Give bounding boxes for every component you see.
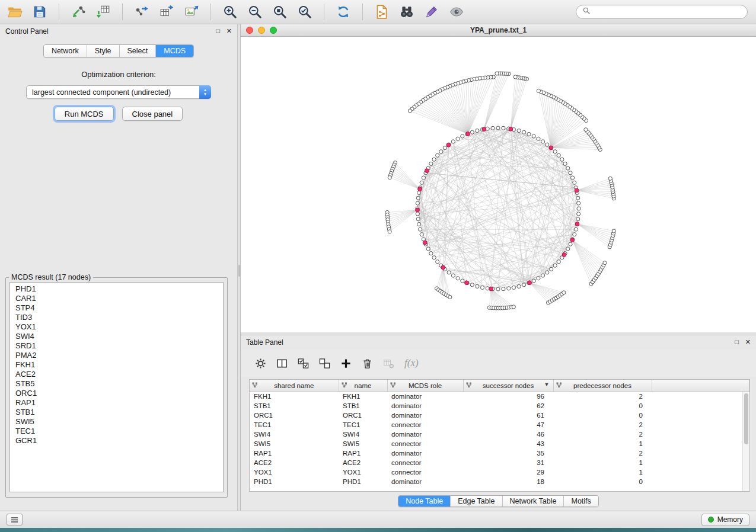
float-panel-icon[interactable]: □ <box>216 28 220 34</box>
mcds-result-item[interactable]: TEC1 <box>15 427 223 436</box>
table-cell: connector <box>387 439 463 448</box>
status-menu-button[interactable] <box>7 514 23 525</box>
table-row[interactable]: YOX1YOX1connector291 <box>250 467 749 477</box>
tab-mcds[interactable]: MCDS <box>156 45 193 57</box>
memory-button[interactable]: Memory <box>701 514 749 526</box>
tab-edge-table[interactable]: Edge Table <box>451 496 502 507</box>
table-row[interactable]: PHD1PHD1dominator180 <box>250 477 749 486</box>
table-row[interactable]: RAP1RAP1dominator352 <box>250 448 749 458</box>
close-mcds-panel-button[interactable]: Close panel <box>122 107 183 121</box>
mcds-result-item[interactable]: RAP1 <box>15 398 223 408</box>
column-header-shared-name[interactable]: shared name <box>250 380 339 392</box>
search-box[interactable] <box>576 5 748 19</box>
mcds-result-item[interactable]: YOX1 <box>15 322 223 332</box>
delete-table-button <box>383 358 394 369</box>
tab-node-table[interactable]: Node Table <box>398 496 451 507</box>
table-row[interactable]: FKH1FKH1dominator962 <box>250 392 749 401</box>
select-all-rows-button[interactable] <box>298 358 309 369</box>
table-row[interactable]: ORC1ORC1dominator610 <box>250 411 749 420</box>
table-cell: TEC1 <box>250 420 339 430</box>
export-network-button[interactable] <box>132 3 152 21</box>
float-table-panel-icon[interactable]: □ <box>735 339 739 345</box>
import-table-button[interactable] <box>93 3 113 21</box>
mcds-result-item[interactable]: SWI5 <box>15 417 223 427</box>
zoom-actual-size-button[interactable] <box>270 3 290 21</box>
mcds-result-item[interactable]: STB5 <box>15 379 223 389</box>
mcds-result-item[interactable]: GCR1 <box>15 436 223 446</box>
import-network-button[interactable] <box>68 3 88 21</box>
mcds-result-item[interactable]: SWI4 <box>15 332 223 341</box>
control-panel-title: Control Panel <box>5 27 49 36</box>
mcds-result-item[interactable]: PHD1 <box>15 284 223 294</box>
export-table-button[interactable] <box>157 3 177 21</box>
table-scrollbar-thumb[interactable] <box>744 393 748 444</box>
table-row[interactable]: STB1STB1dominator620 <box>250 401 749 411</box>
tab-network-table[interactable]: Network Table <box>503 496 564 507</box>
table-cell: 46 <box>463 430 553 439</box>
network-canvas[interactable] <box>241 37 756 332</box>
mcds-result-item[interactable]: ACE2 <box>15 370 223 379</box>
settings-gear-button[interactable] <box>255 358 266 369</box>
eye-button[interactable] <box>446 3 467 21</box>
table-cell: 29 <box>463 467 553 477</box>
toolbar-separator <box>59 4 59 20</box>
zoom-in-button[interactable] <box>220 3 240 21</box>
stepper-down-icon: ▼ <box>203 92 207 97</box>
table-row[interactable]: TEC1TEC1connector472 <box>250 420 749 430</box>
close-panel-icon[interactable]: ✕ <box>227 28 232 34</box>
search-icon <box>582 7 591 17</box>
table-cell: 61 <box>463 411 553 420</box>
table-cell: ORC1 <box>339 411 387 420</box>
mcds-result-item[interactable]: STP4 <box>15 303 223 313</box>
column-header-label: successor nodes <box>483 382 534 389</box>
table-row[interactable]: ACE2ACE2connector311 <box>250 458 749 467</box>
column-header-predecessor-nodes[interactable]: predecessor nodes <box>553 380 652 392</box>
delete-row-button[interactable] <box>362 358 373 369</box>
mcds-result-item[interactable]: ORC1 <box>15 389 223 398</box>
table-cell: 96 <box>463 392 553 401</box>
table-cell: ACE2 <box>339 458 387 467</box>
column-header-name[interactable]: name <box>339 380 387 392</box>
tab-motifs[interactable]: Motifs <box>564 496 598 507</box>
export-image-button[interactable] <box>181 3 202 21</box>
close-table-panel-icon[interactable]: ✕ <box>745 339 751 345</box>
table-scrollbar[interactable] <box>742 392 749 491</box>
deselect-all-rows-button[interactable] <box>319 358 330 369</box>
table-cell: 35 <box>463 448 553 458</box>
main-area: Control Panel □ ✕ NetworkStyleSelectMCDS… <box>0 24 756 511</box>
search-input[interactable] <box>594 8 741 16</box>
mcds-result-item[interactable]: STB1 <box>15 408 223 417</box>
column-visibility-button[interactable] <box>276 358 288 369</box>
save-session-button[interactable] <box>30 3 50 21</box>
mcds-result-item[interactable]: PMA2 <box>15 351 223 360</box>
open-session-button[interactable] <box>5 3 25 21</box>
column-header-successor-nodes[interactable]: successor nodes▼ <box>463 380 553 392</box>
zoom-out-button[interactable] <box>245 3 265 21</box>
share-document-button[interactable] <box>372 3 392 21</box>
mcds-result-item[interactable]: CAR1 <box>15 294 223 303</box>
tab-network[interactable]: Network <box>44 45 87 57</box>
mcds-result-item[interactable]: SRD1 <box>15 341 223 351</box>
table-cell: PHD1 <box>250 477 339 486</box>
table-cell: 47 <box>463 420 553 430</box>
tab-select[interactable]: Select <box>120 45 157 57</box>
optimization-criterion-label: Optimization criterion: <box>0 70 237 79</box>
graphics-details-icon <box>424 4 439 20</box>
table-row[interactable]: SWI5SWI5connector431 <box>250 439 749 448</box>
tab-style[interactable]: Style <box>87 45 120 57</box>
open-session-icon <box>7 4 23 20</box>
binoculars-button[interactable] <box>397 3 417 21</box>
mcds-result-item[interactable]: FKH1 <box>15 360 223 370</box>
memory-label: Memory <box>717 515 743 524</box>
table-panel-header: Table Panel □ ✕ <box>241 335 756 349</box>
criterion-dropdown[interactable]: largest connected component (undirected)… <box>26 85 211 99</box>
table-row[interactable]: SWI4SWI4dominator462 <box>250 430 749 439</box>
run-mcds-button[interactable]: Run MCDS <box>55 107 114 121</box>
zoom-fit-button[interactable] <box>295 3 315 21</box>
refresh-view-button[interactable] <box>333 3 353 21</box>
status-bar: Memory <box>0 511 756 528</box>
column-header-mcds-role[interactable]: MCDS role <box>387 380 463 392</box>
add-row-button[interactable] <box>340 358 352 369</box>
mcds-result-item[interactable]: TID3 <box>15 313 223 322</box>
graphics-details-button[interactable] <box>422 3 442 21</box>
